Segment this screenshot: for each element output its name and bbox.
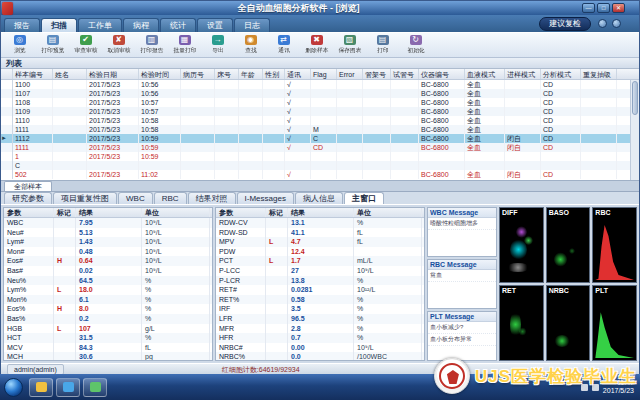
param-row[interactable]: PCTL1.7mL/L	[216, 256, 424, 266]
param-flag	[266, 285, 288, 295]
tab-3[interactable]: WBC	[118, 192, 153, 204]
tab-1[interactable]: 研究参数	[4, 192, 52, 204]
close-button[interactable]: ✕	[612, 3, 625, 13]
table-row[interactable]: 11092017/5/2310:57√BC-6800全血CD	[1, 107, 639, 116]
menu-tab-6[interactable]: 设置	[197, 18, 233, 32]
toolbar-button-print-preview[interactable]: ▤打印预览	[36, 33, 69, 57]
toolbar-button-comm[interactable]: ⇄通讯	[267, 33, 300, 57]
start-button[interactable]	[4, 378, 23, 397]
maximize-button[interactable]: □	[597, 3, 610, 13]
param-row[interactable]: Neu%64.5%	[4, 276, 212, 286]
param-row[interactable]: RET%0.58%	[216, 295, 424, 305]
param-row[interactable]: Lym%L18.0%	[4, 285, 212, 295]
toolbar-button-cancel-approve[interactable]: ✘取消审核	[102, 33, 135, 57]
column-header: 血液模式	[465, 69, 505, 79]
param-row[interactable]: MCH30.6pg	[4, 352, 212, 361]
suggest-recheck-button[interactable]: 建议复检	[539, 17, 591, 31]
menu-tab-4[interactable]: 病程	[123, 18, 159, 32]
param-row[interactable]: HGBL107g/L	[4, 324, 212, 334]
param-row[interactable]: P-LCR13.8%	[216, 276, 424, 286]
param-row[interactable]: Mon#0.4810⁹/L	[4, 247, 212, 257]
scattergram-baso[interactable]: BASO	[546, 207, 591, 283]
table-row[interactable]: 11082017/5/2310:57√BC-6800全血CD	[1, 98, 639, 107]
param-name: PDW	[216, 247, 266, 257]
taskbar-app-icon-3[interactable]	[83, 378, 107, 397]
scattergram-rbc[interactable]: RBC	[592, 207, 637, 283]
param-row[interactable]: MPVL4.7fL	[216, 237, 424, 247]
toolbar-button-browse[interactable]: ◎浏览	[3, 33, 36, 57]
menu-tab-3[interactable]: 工作单	[78, 18, 122, 32]
table-row[interactable]: 11112017/5/2310:59√CDBC-6800全血闭自CD	[1, 143, 639, 152]
tab-5[interactable]: 结果对照	[188, 192, 236, 204]
table-row[interactable]: 5022017/5/2311:02√BC-6800全血闭自CD	[1, 170, 639, 179]
minimize-button[interactable]: —	[582, 3, 595, 13]
param-row[interactable]: HCT31.5%	[4, 333, 212, 343]
param-row[interactable]: Eos#H0.6410⁹/L	[4, 256, 212, 266]
menu-tab-2[interactable]: 扫描	[41, 18, 77, 32]
param-row[interactable]: Bas%0.2%	[4, 314, 212, 324]
param-row[interactable]: RET#0.028110¹²/L	[216, 285, 424, 295]
table-row[interactable]: 11102017/5/2310:58√BC-6800全血CD	[1, 116, 639, 125]
table-row[interactable]: 12017/5/2310:59	[1, 152, 639, 161]
param-row[interactable]: MCV84.3fL	[4, 343, 212, 353]
toolbar-button-review-approve[interactable]: ✔审查审核	[69, 33, 102, 57]
cell: CD	[541, 107, 581, 116]
table-row[interactable]: ►11122017/5/2310:59√CBC-6800全血闭自CD	[1, 134, 639, 143]
tab-all-samples[interactable]: 全部样本	[4, 181, 52, 191]
cell	[391, 107, 419, 116]
toolbar-button-init[interactable]: ↻初始化	[399, 33, 432, 57]
param-row[interactable]: NRBC%0.0/100WBC	[216, 352, 424, 361]
cell	[215, 152, 239, 161]
toolbar-button-batch-print[interactable]: ▦批量打印	[168, 33, 201, 57]
table-scrollbar[interactable]	[630, 80, 639, 180]
scattergram-plt[interactable]: PLT	[592, 285, 637, 361]
param-row[interactable]: Bas#0.0210⁹/L	[4, 266, 212, 276]
param-flag: L	[266, 237, 288, 247]
table-row[interactable]: C	[1, 161, 639, 170]
tab-8[interactable]: 主窗口	[344, 192, 384, 204]
toolbar-button-delete-sample[interactable]: ✖删除样本	[300, 33, 333, 57]
tab-7[interactable]: 病人信息	[295, 192, 343, 204]
param-row[interactable]: Neu#5.1310⁹/L	[4, 228, 212, 238]
param-row[interactable]: WBC7.9510⁹/L	[4, 218, 212, 228]
param-row[interactable]: IRF3.5%	[216, 304, 424, 314]
menu-info-icon[interactable]	[612, 19, 621, 28]
menu-help-icon[interactable]	[598, 19, 607, 28]
tab-6[interactable]: I-Messages	[237, 192, 294, 204]
param-row[interactable]: PDW12.4	[216, 247, 424, 257]
tab-4[interactable]: RBC	[154, 192, 187, 204]
cell: 2017/5/23	[87, 143, 139, 152]
taskbar-app-icon-1[interactable]	[29, 378, 53, 397]
param-row[interactable]: MFR2.8%	[216, 324, 424, 334]
param-row[interactable]: RDW-CV13.1%	[216, 218, 424, 228]
cell	[53, 134, 87, 143]
toolbar-button-export[interactable]: →导出	[201, 33, 234, 57]
toolbar-button-search[interactable]: ◉查找	[234, 33, 267, 57]
toolbar-button-print[interactable]: ▤打印	[366, 33, 399, 57]
table-row[interactable]: 11112017/5/2310:58√MBC-6800全血CD	[1, 125, 639, 134]
menu-tab-7[interactable]: 日志	[234, 18, 270, 32]
param-row[interactable]: NRBC#0.0010⁹/L	[216, 343, 424, 353]
column-header: 标记	[266, 208, 288, 217]
scrollbar-thumb[interactable]	[632, 81, 638, 115]
taskbar-app-icon-2[interactable]	[56, 378, 80, 397]
menu-tab-1[interactable]: 报告	[4, 18, 40, 32]
menu-tab-5[interactable]: 统计	[160, 18, 196, 32]
scattergram-ret[interactable]: RET	[499, 285, 544, 361]
param-row[interactable]: Mon%6.1%	[4, 295, 212, 305]
param-row[interactable]: Lym#1.4310⁹/L	[4, 237, 212, 247]
param-row[interactable]: Eos%H8.0%	[4, 304, 212, 314]
toolbar-button-save-chart[interactable]: ▧保存图表	[333, 33, 366, 57]
scattergram-nrbc[interactable]: NRBC	[546, 285, 591, 361]
param-row[interactable]: RDW-SD41.1fL	[216, 228, 424, 238]
toolbar-button-print-report[interactable]: ▥打印报告	[135, 33, 168, 57]
table-row[interactable]: 11002017/5/2310:56√BC-6800全血CD	[1, 80, 639, 89]
cell: 10:58	[139, 116, 181, 125]
cell	[541, 152, 581, 161]
param-row[interactable]: P-LCC2710⁹/L	[216, 266, 424, 276]
scattergram-diff[interactable]: DIFF	[499, 207, 544, 283]
table-row[interactable]: 11072017/5/2310:56√BC-6800全血CD	[1, 89, 639, 98]
param-row[interactable]: HFR0.7%	[216, 333, 424, 343]
param-row[interactable]: LFR96.5%	[216, 314, 424, 324]
tab-2[interactable]: 项目重复性图	[53, 192, 117, 204]
